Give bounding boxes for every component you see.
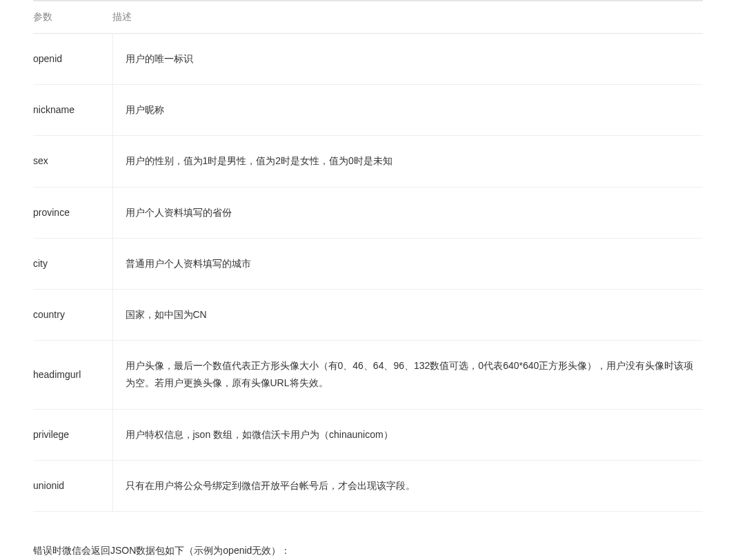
param-cell: nickname <box>33 85 112 136</box>
desc-cell: 用户的唯一标识 <box>112 34 703 85</box>
table-row: privilege 用户特权信息，json 数组，如微信沃卡用户为（chinau… <box>33 409 703 460</box>
desc-cell: 普通用户个人资料填写的城市 <box>112 238 703 289</box>
desc-cell: 用户的性别，值为1时是男性，值为2时是女性，值为0时是未知 <box>112 136 703 187</box>
param-cell: city <box>33 238 112 289</box>
table-body: openid 用户的唯一标识 nickname 用户昵称 sex 用户的性别，值… <box>33 34 703 512</box>
param-cell: sex <box>33 136 112 187</box>
desc-cell: 用户个人资料填写的省份 <box>112 187 703 238</box>
table-row: province 用户个人资料填写的省份 <box>33 187 703 238</box>
table-row: sex 用户的性别，值为1时是男性，值为2时是女性，值为0时是未知 <box>33 136 703 187</box>
table-row: nickname 用户昵称 <box>33 85 703 136</box>
param-cell: privilege <box>33 409 112 460</box>
parameters-table: 参数 描述 openid 用户的唯一标识 nickname 用户昵称 sex 用… <box>33 1 703 512</box>
desc-cell: 用户头像，最后一个数值代表正方形头像大小（有0、46、64、96、132数值可选… <box>112 341 703 409</box>
table-row: country 国家，如中国为CN <box>33 289 703 340</box>
param-cell: province <box>33 187 112 238</box>
param-cell: openid <box>33 34 112 85</box>
desc-cell: 只有在用户将公众号绑定到微信开放平台帐号后，才会出现该字段。 <box>112 460 703 511</box>
table-row: headimgurl 用户头像，最后一个数值代表正方形头像大小（有0、46、64… <box>33 341 703 409</box>
desc-cell: 国家，如中国为CN <box>112 289 703 340</box>
param-cell: country <box>33 289 112 340</box>
table-row: city 普通用户个人资料填写的城市 <box>33 238 703 289</box>
table-row: unionid 只有在用户将公众号绑定到微信开放平台帐号后，才会出现该字段。 <box>33 460 703 511</box>
table-row: openid 用户的唯一标识 <box>33 34 703 85</box>
param-cell: unionid <box>33 460 112 511</box>
param-cell: headimgurl <box>33 341 112 409</box>
header-desc: 描述 <box>112 1 703 34</box>
desc-cell: 用户昵称 <box>112 85 703 136</box>
desc-cell: 用户特权信息，json 数组，如微信沃卡用户为（chinaunicom） <box>112 409 703 460</box>
error-intro-text: 错误时微信会返回JSON数据包如下（示例为openid无效）： <box>33 545 703 557</box>
header-param: 参数 <box>33 1 112 34</box>
